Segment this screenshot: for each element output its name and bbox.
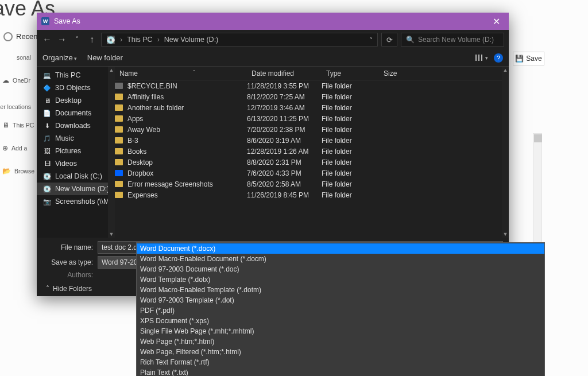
savetype-option[interactable]: Web Page (*.htm;*.html) [137,336,544,347]
new-folder-button[interactable]: New folder [87,53,123,62]
tree-item[interactable]: 💻This PC [37,69,115,82]
scroll-down-icon[interactable]: ▼ [502,231,509,238]
file-row[interactable]: Books12/28/2019 1:26 AMFile folder [115,146,509,157]
savetype-option[interactable]: Single File Web Page (*.mht;*.mhtml) [137,326,544,336]
locations-label: er locations [0,103,31,110]
file-row[interactable]: B-38/6/2020 3:19 AMFile folder [115,135,509,146]
nav-up[interactable]: ↑ [86,34,98,45]
tree-item-label: Desktop [55,96,82,104]
col-size[interactable]: Size [379,69,509,77]
file-type: File folder [322,191,379,199]
savetype-option[interactable]: Word Template (*.dotx) [137,274,544,285]
tree-item[interactable]: 📄Documents [37,107,115,119]
tree-item-icon: 🖥 [42,96,52,104]
folder-icon [115,115,123,122]
tree-item-icon: 🎵 [42,134,52,142]
tree-item[interactable]: ⬇Downloads [37,119,115,132]
file-list: $RECYCLE.BIN11/28/2019 3:55 PMFile folde… [115,80,509,200]
file-date: 12/28/2019 1:26 AM [247,148,322,156]
col-type[interactable]: Type [322,69,379,77]
scroll-up-icon[interactable]: ▲ [108,67,115,73]
folder-icon [115,170,123,176]
savetype-option[interactable]: Word Document (*.docx) [137,243,544,254]
onedrive-item[interactable]: ☁ OneDr [0,69,36,92]
folder-icon [115,126,123,133]
file-row[interactable]: Expenses11/26/2019 8:45 PMFile folder [115,189,509,200]
tree-item[interactable]: 🎵Music [37,132,115,145]
file-row[interactable]: $RECYCLE.BIN11/28/2019 3:55 PMFile folde… [115,80,509,91]
nav-back[interactable]: ← [41,34,53,45]
tree-item[interactable]: 🖼Pictures [37,145,115,157]
savetype-option[interactable]: Plain Text (*.txt) [137,367,544,376]
file-date: 7/20/2020 2:38 PM [247,126,322,134]
tree-item-label: Videos [55,160,77,168]
savetype-option[interactable]: Word Macro-Enabled Document (*.docm) [137,254,544,264]
file-pane: Nameˆ Date modified Type Size $RECYCLE.B… [115,67,509,238]
browse-item[interactable]: 📂 Browse [0,160,36,183]
file-date: 8/8/2020 2:31 PM [247,158,322,166]
file-name: Apps [127,115,143,123]
folder-icon [115,83,123,89]
search-input[interactable]: 🔍 Search New Volume (D:) [401,33,504,46]
close-button[interactable]: ✕ [488,13,504,29]
scroll-up-icon[interactable]: ▲ [502,67,509,73]
search-icon: 🔍 [406,36,415,44]
file-row[interactable]: Dropbox7/6/2020 4:33 PMFile folder [115,168,509,179]
tree-item-label: 3D Objects [55,84,91,92]
save-button[interactable]: 💾 Save [513,52,544,65]
scroll-up-icon[interactable] [534,134,542,142]
tree-item[interactable]: 🖥Desktop [37,94,115,107]
col-date[interactable]: Date modified [247,69,322,77]
authors-label: Authors: [42,271,98,279]
tree-item[interactable]: 💽Local Disk (C:) [37,170,115,183]
chevron-down-icon[interactable]: ˅ [71,36,83,44]
col-name[interactable]: Nameˆ [115,69,247,77]
add-place-item[interactable]: ⊕ Add a [0,137,36,160]
file-scrollbar[interactable]: ▲ ▼ [502,67,509,238]
savetype-dropdown: Word Document (*.docx)Word Macro-Enabled… [136,242,545,376]
view-mode-button[interactable]: ▾ [475,55,488,61]
nav-forward[interactable]: → [56,34,68,45]
savetype-option[interactable]: Word Macro-Enabled Template (*.dotm) [137,285,544,295]
savetype-option[interactable]: Rich Text Format (*.rtf) [137,357,544,367]
folder-icon [115,94,123,100]
this-pc-item[interactable]: 🖥 This PC [0,114,36,137]
file-row[interactable]: Apps6/13/2020 11:25 PMFile folder [115,113,509,124]
savetype-option[interactable]: Web Page, Filtered (*.htm;*.html) [137,347,544,357]
tree-item[interactable]: 🎞Videos [37,157,115,170]
nav-tree: 💻This PC🔷3D Objects🖥Desktop📄Documents⬇Do… [37,67,115,238]
tree-scrollbar[interactable]: ▲▼ [108,67,115,238]
tree-item-icon: 🔷 [42,84,52,92]
file-name: Books [127,148,146,156]
file-row[interactable]: Desktop8/8/2020 2:31 PMFile folder [115,157,509,168]
personal-label: sonal [0,54,31,61]
file-row[interactable]: Affinitiy files8/12/2020 7:25 AMFile fol… [115,91,509,102]
crumb-leaf[interactable]: New Volume (D:) [164,36,218,44]
tree-item[interactable]: 🔷3D Objects [37,82,115,94]
tree-item-label: Local Disk (C:) [55,172,102,180]
crumb-root[interactable]: This PC [127,36,152,44]
savetype-option[interactable]: XPS Document (*.xps) [137,316,544,326]
chevron-down-icon[interactable]: ˅ [370,37,373,43]
savetype-option[interactable]: PDF (*.pdf) [137,305,544,316]
file-name: Away Web [127,126,160,134]
folder-open-icon: 📂 [2,167,11,175]
refresh-button[interactable]: ⟳ [381,33,397,46]
file-row[interactable]: Error message Screenshots8/5/2020 2:58 A… [115,179,509,189]
scroll-down-icon[interactable]: ▼ [108,231,115,238]
back-circle-icon[interactable] [3,32,13,41]
file-row[interactable]: Away Web7/20/2020 2:38 PMFile folder [115,124,509,135]
breadcrumb[interactable]: 💽 › This PC › New Volume (D:) ˅ [101,33,378,46]
folder-icon [115,137,123,144]
savetype-label: Save as type: [42,258,98,266]
tree-item[interactable]: 💽New Volume (D:) [37,183,115,195]
tree-item-icon: 💽 [42,185,52,193]
savetype-option[interactable]: Word 97-2003 Template (*.dot) [137,295,544,305]
tree-item-icon: 🖼 [42,147,52,155]
help-button[interactable]: ? [494,53,503,63]
tree-item-label: Pictures [55,147,81,155]
savetype-option[interactable]: Word 97-2003 Document (*.doc) [137,264,544,274]
tree-item[interactable]: 📷Screenshots (\\M [37,195,115,208]
organize-menu[interactable]: Organize▾ [42,53,77,62]
file-row[interactable]: Another sub folder12/7/2019 3:46 AMFile … [115,102,509,113]
